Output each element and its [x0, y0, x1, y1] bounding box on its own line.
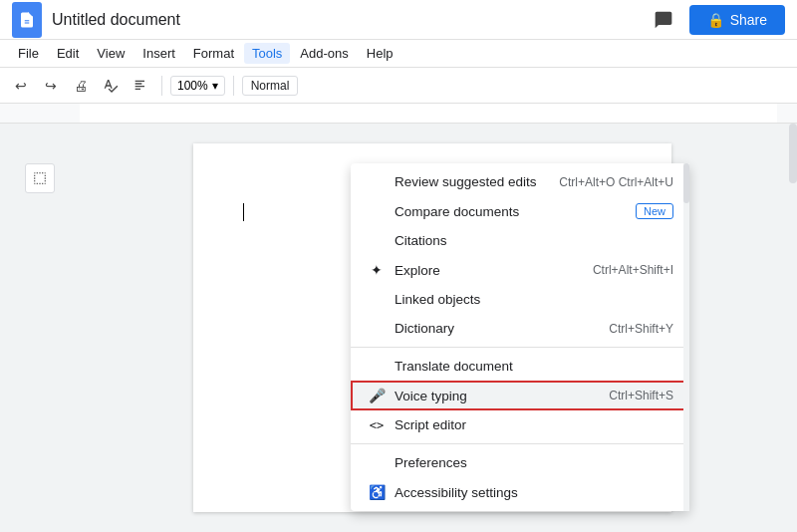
title-area: Untitled document — [52, 11, 648, 29]
toolbar-divider-2 — [233, 76, 234, 96]
zoom-value: 100% — [177, 79, 208, 93]
script-icon: <> — [367, 418, 387, 432]
dropdown-scrollbar-thumb — [683, 163, 689, 203]
menu-item-translate[interactable]: Translate document — [351, 352, 689, 381]
toolbar-divider-1 — [161, 76, 162, 96]
comment-icon[interactable] — [648, 4, 679, 36]
menu-bar: File Edit View Insert Format Tools Add-o… — [0, 40, 797, 68]
menu-item-accessibility[interactable]: ♿ Accessibility settings — [351, 477, 689, 507]
menu-item-review[interactable]: Review suggested edits Ctrl+Alt+O Ctrl+A… — [351, 167, 689, 196]
menu-item-linked[interactable]: Linked objects — [351, 285, 689, 314]
redo-button[interactable]: ↪ — [38, 73, 64, 99]
menu-item-dictionary[interactable]: Dictionary Ctrl+Shift+Y — [351, 314, 689, 343]
script-label: Script editor — [395, 417, 673, 432]
zoom-dropdown-icon: ▾ — [212, 79, 218, 93]
spellcheck-button[interactable] — [98, 73, 124, 99]
doc-title[interactable]: Untitled document — [52, 11, 648, 29]
review-shortcut: Ctrl+Alt+O Ctrl+Alt+U — [559, 175, 673, 189]
lock-icon: 🔒 — [707, 12, 724, 28]
menu-insert[interactable]: Insert — [134, 43, 183, 64]
menu-edit[interactable]: Edit — [49, 43, 87, 64]
ruler-inner — [80, 104, 777, 123]
divider-1 — [351, 347, 689, 348]
menu-addons[interactable]: Add-ons — [292, 43, 356, 64]
menu-view[interactable]: View — [89, 43, 133, 64]
style-value: Normal — [251, 79, 290, 93]
text-cursor — [243, 203, 244, 221]
toolbar: ↩ ↪ 🖨 100% ▾ Normal — [0, 68, 797, 104]
tools-dropdown: Review suggested edits Ctrl+Alt+O Ctrl+A… — [351, 163, 689, 511]
outline-icon[interactable] — [25, 163, 55, 193]
share-label: Share — [730, 12, 767, 28]
ruler — [0, 104, 797, 124]
dictionary-shortcut: Ctrl+Shift+Y — [609, 322, 673, 336]
menu-item-script[interactable]: <> Script editor — [351, 410, 689, 439]
linked-label: Linked objects — [395, 292, 673, 307]
print-button[interactable]: 🖨 — [68, 73, 94, 99]
new-badge: New — [636, 203, 673, 219]
main-area: Review suggested edits Ctrl+Alt+O Ctrl+A… — [0, 124, 797, 532]
menu-item-explore[interactable]: ✦ Explore Ctrl+Alt+Shift+I — [351, 255, 689, 285]
header-right: 🔒 Share — [648, 4, 785, 36]
paint-format-button[interactable] — [128, 73, 153, 99]
scrollbar-thumb[interactable] — [789, 124, 797, 183]
menu-help[interactable]: Help — [359, 43, 401, 64]
explore-icon: ✦ — [367, 262, 387, 278]
style-selector[interactable]: Normal — [242, 76, 299, 96]
menu-file[interactable]: File — [10, 43, 47, 64]
doc-icon — [12, 2, 42, 38]
menu-item-preferences[interactable]: Preferences — [351, 448, 689, 477]
menu-item-compare[interactable]: Compare documents New — [351, 196, 689, 226]
menu-format[interactable]: Format — [185, 43, 242, 64]
menu-tools[interactable]: Tools — [244, 43, 290, 64]
menu-item-citations[interactable]: Citations — [351, 226, 689, 255]
compare-label: Compare documents — [395, 204, 628, 219]
voice-label: Voice typing — [395, 389, 601, 403]
explore-shortcut: Ctrl+Alt+Shift+I — [593, 263, 673, 277]
accessibility-icon: ♿ — [367, 484, 387, 500]
zoom-selector[interactable]: 100% ▾ — [170, 76, 225, 96]
citations-label: Citations — [395, 233, 673, 248]
undo-button[interactable]: ↩ — [8, 73, 34, 99]
voice-shortcut: Ctrl+Shift+S — [609, 389, 673, 402]
divider-2 — [351, 443, 689, 444]
translate-label: Translate document — [395, 359, 673, 374]
title-bar: Untitled document 🔒 Share — [0, 0, 797, 40]
dictionary-label: Dictionary — [395, 321, 601, 336]
voice-icon: 🎤 — [367, 388, 387, 403]
accessibility-label: Accessibility settings — [395, 485, 673, 500]
left-panel — [0, 124, 80, 532]
scrollbar-track — [789, 124, 797, 532]
menu-item-voice[interactable]: 🎤 Voice typing Ctrl+Shift+S — [351, 381, 689, 410]
review-label: Review suggested edits — [395, 174, 551, 189]
share-button[interactable]: 🔒 Share — [689, 5, 785, 35]
explore-label: Explore — [395, 263, 585, 278]
right-scrollbar[interactable] — [785, 124, 797, 532]
dropdown-scrollbar[interactable] — [683, 163, 689, 511]
preferences-label: Preferences — [395, 455, 673, 470]
